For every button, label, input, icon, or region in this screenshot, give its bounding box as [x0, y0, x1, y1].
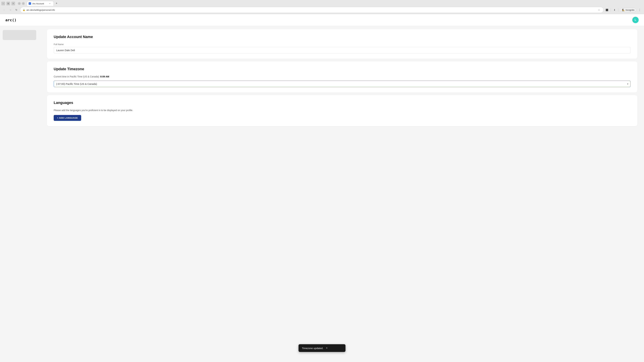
browser-chrome: − ⧉ × ‹ › A Arc Account × + — [0, 0, 644, 14]
lock-icon: 🔒 — [23, 9, 25, 11]
update-timezone-card: Update Timezone Current time in Pacific … — [47, 61, 637, 92]
tab-close-button[interactable]: × — [48, 2, 51, 5]
toast-close-icon: × — [326, 347, 328, 350]
reload-icon: ↻ — [16, 8, 18, 11]
extensions-button[interactable]: ⬛ — [605, 8, 609, 12]
back-button[interactable]: ← — [2, 7, 7, 12]
reload-button[interactable]: ↻ — [14, 7, 19, 12]
update-name-card: Update Account Name Full Name — [47, 29, 637, 59]
url-text: arc.dev/settings/personal-info — [26, 9, 596, 11]
window-controls: − ⧉ × — [1, 2, 15, 5]
url-bar[interactable]: 🔒 arc.dev/settings/personal-info ☆ — [20, 7, 604, 13]
toast-close-button[interactable]: × — [326, 347, 328, 350]
bookmark-icon: ☆ — [598, 9, 600, 11]
toast-notification: Timezone updated. × — [298, 344, 346, 352]
add-language-label: + ADD LANGUAGE — [57, 117, 78, 119]
download-button[interactable]: ⬇ — [612, 8, 616, 12]
tab-next-button[interactable]: › — [22, 2, 25, 5]
full-name-input[interactable] — [54, 47, 630, 53]
full-name-label: Full Name — [54, 43, 630, 45]
browser-right-actions: ⬛ ⬇ 🕵 Incognito ⋮ — [605, 7, 642, 12]
timezone-select[interactable]: (-07:00) Pacific Time (US & Canada) (-08… — [54, 81, 630, 87]
sidebar-nav-placeholder — [3, 30, 36, 40]
forward-button[interactable]: → — [8, 7, 13, 12]
update-timezone-title: Update Timezone — [54, 67, 630, 71]
active-tab[interactable]: A Arc Account × — [27, 1, 54, 6]
browser-menu-button[interactable]: ⋮ — [637, 7, 642, 12]
tab-bar: − ⧉ × ‹ › A Arc Account × + — [0, 0, 644, 6]
incognito-icon: 🕵 — [622, 9, 624, 11]
toast-message: Timezone updated. — [302, 347, 323, 350]
new-tab-button[interactable]: + — [54, 1, 59, 6]
download-icon: ⬇ — [614, 9, 616, 11]
close-window-button[interactable]: × — [12, 2, 15, 5]
timezone-current-value: 8:09 AM — [100, 75, 109, 78]
restore-icon: ⧉ — [8, 2, 9, 5]
content-area: Update Account Name Full Name Update Tim… — [40, 26, 644, 362]
languages-title: Languages — [54, 100, 630, 105]
menu-dots-icon: ⋮ — [638, 8, 641, 11]
main-layout: Update Account Name Full Name Update Tim… — [0, 26, 644, 362]
restore-button[interactable]: ⧉ — [6, 2, 10, 5]
bookmark-button[interactable]: ☆ — [597, 8, 601, 12]
forward-icon: → — [9, 8, 12, 11]
languages-description: Please add the languages you're proficie… — [54, 109, 630, 112]
add-language-button[interactable]: + ADD LANGUAGE — [54, 115, 81, 121]
minimize-button[interactable]: − — [1, 2, 5, 5]
sidebar — [0, 26, 40, 362]
new-tab-icon: + — [56, 2, 58, 5]
address-bar: ← → ↻ 🔒 arc.dev/settings/personal-info ☆… — [0, 6, 644, 14]
languages-card: Languages Please add the languages you'r… — [47, 95, 637, 126]
timezone-select-wrapper: (-07:00) Pacific Time (US & Canada) (-08… — [54, 81, 630, 87]
user-avatar[interactable]: L — [632, 17, 639, 23]
incognito-label: Incognito — [626, 9, 634, 11]
timezone-current-time: Current time in Pacific Time (US & Canad… — [54, 75, 630, 78]
url-actions: ☆ — [597, 8, 601, 12]
timezone-current-label: Current time in Pacific Time (US & Canad… — [54, 75, 100, 78]
update-name-title: Update Account Name — [54, 35, 630, 39]
app-header: arc() L — [0, 14, 644, 26]
tab-label: Arc Account — [32, 2, 44, 5]
minimize-icon: − — [2, 2, 4, 5]
tab-prev-button[interactable]: ‹ — [18, 2, 21, 5]
tab-close-icon: × — [49, 2, 50, 4]
tab-nav-controls: ‹ › — [18, 2, 25, 5]
incognito-indicator[interactable]: 🕵 Incognito — [620, 8, 636, 12]
arc-logo: arc() — [5, 18, 16, 22]
tab-favicon: A — [29, 2, 31, 5]
back-icon: ← — [3, 8, 6, 11]
close-window-icon: × — [12, 2, 14, 5]
